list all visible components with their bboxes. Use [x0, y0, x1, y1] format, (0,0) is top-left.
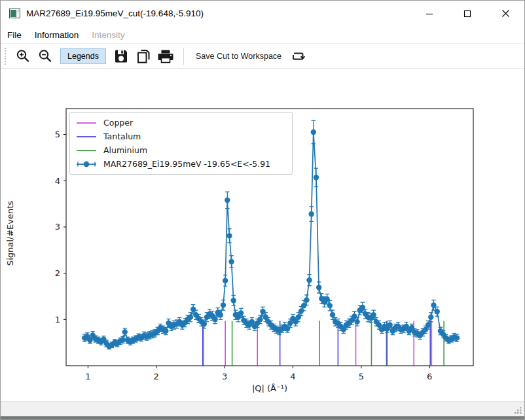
legend-label: Aluminium	[103, 145, 147, 155]
plot-legend[interactable]: CopperTantalumAluminiumMAR27689_Ei19.95m…	[69, 112, 293, 175]
menu-file[interactable]: File	[1, 27, 28, 43]
data-point	[428, 315, 433, 320]
data-point	[354, 319, 359, 324]
app-window: MAR27689_Ei19.95meV_cut(-19.648,-5.910)	[0, 0, 525, 420]
data-point	[299, 308, 304, 313]
y-tick-label: 5	[55, 130, 60, 139]
data-point	[223, 278, 228, 283]
data-point	[285, 326, 290, 331]
legend-swatch	[75, 132, 98, 141]
zoom-out-button[interactable]	[34, 46, 56, 66]
toolbar-separator	[183, 48, 184, 65]
data-point	[314, 175, 319, 180]
zoom-in-icon	[14, 48, 31, 65]
legend-entry-copper: Copper	[75, 116, 286, 130]
y-tick-label: 2	[55, 268, 60, 278]
data-point	[257, 317, 262, 322]
data-point	[212, 317, 217, 322]
data-point	[304, 297, 309, 302]
x-tick-label: 3	[222, 372, 227, 381]
data-point	[190, 307, 196, 312]
save-icon	[113, 48, 129, 64]
copy-icon	[136, 48, 151, 64]
data-point	[260, 309, 265, 314]
save-figure-button[interactable]	[110, 46, 132, 66]
data-point	[301, 303, 306, 308]
resize-grip[interactable]	[514, 406, 522, 415]
data-point	[454, 335, 460, 340]
data-point	[287, 321, 293, 326]
data-point	[221, 302, 226, 307]
y-axis-ticks: 12345	[55, 130, 66, 324]
data-point	[316, 285, 321, 290]
data-point	[324, 296, 329, 302]
zoom-in-button[interactable]	[12, 46, 34, 66]
data-point	[293, 319, 298, 324]
title-bar[interactable]: MAR27689_Ei19.95meV_cut(-19.648,-5.910)	[1, 1, 524, 26]
data-point	[228, 259, 234, 264]
x-tick-label: 4	[290, 372, 295, 381]
close-button[interactable]	[486, 1, 524, 26]
close-icon	[501, 9, 510, 18]
x-tick-label: 2	[154, 372, 159, 381]
data-point	[249, 319, 255, 324]
y-tick-label: 4	[55, 176, 60, 186]
data-point	[230, 298, 236, 303]
data-point	[404, 324, 409, 329]
data-point	[238, 310, 244, 315]
menu-information[interactable]: Information	[28, 27, 86, 43]
plot-canvas[interactable]: 12345612345 Signal/#Events |Q| (Å⁻¹) Cop…	[1, 69, 525, 403]
data-point	[225, 198, 230, 203]
window-bottom-edge	[1, 416, 524, 419]
legend-label: Tantalum	[103, 131, 141, 141]
y-axis-label: Signal/#Events	[5, 162, 15, 306]
data-point	[423, 327, 428, 332]
legend-swatch	[75, 146, 98, 155]
data-point	[409, 325, 414, 330]
legend-entry-tantalum: Tantalum	[75, 130, 286, 143]
data-point	[87, 338, 92, 343]
x-tick-label: 6	[427, 372, 432, 381]
y-tick-label: 3	[55, 222, 60, 232]
loop-icon	[290, 49, 306, 63]
data-point	[327, 303, 333, 308]
toolbar-drag-handle[interactable]	[4, 48, 7, 65]
data-point	[308, 211, 314, 217]
data-point	[218, 312, 223, 317]
minimize-button[interactable]	[410, 1, 448, 26]
data-point	[226, 233, 232, 238]
legend-label: Copper	[103, 118, 133, 128]
menu-intensity: Intensity	[85, 27, 131, 43]
menu-bar: File Information Intensity	[1, 26, 524, 44]
status-bar	[1, 401, 524, 416]
window-title: MAR27689_Ei19.95meV_cut(-19.648,-5.910)	[26, 9, 204, 18]
data-point	[306, 277, 312, 283]
legend-swatch	[75, 160, 98, 169]
legend-marker	[84, 161, 90, 167]
data-point	[330, 312, 335, 317]
legend-entry-aluminium: Aluminium	[75, 143, 286, 157]
legend-label: MAR27689_Ei19.95meV -19.65<E<-5.91	[103, 159, 270, 169]
copy-button[interactable]	[132, 46, 154, 66]
data-point	[202, 321, 207, 326]
legends-button[interactable]: Legends	[60, 48, 106, 64]
x-axis-ticks: 123456	[85, 366, 432, 381]
save-cut-to-workspace-button[interactable]: Save Cut to Workspace	[190, 46, 287, 66]
data-point	[341, 327, 346, 332]
data-point	[431, 302, 436, 307]
data-point	[360, 305, 365, 310]
x-tick-label: 1	[85, 372, 90, 381]
maximize-button[interactable]	[448, 1, 486, 26]
data-point	[434, 309, 439, 314]
print-button[interactable]	[154, 46, 177, 66]
data-point	[122, 329, 128, 334]
data-point	[352, 313, 357, 319]
data-point	[188, 315, 193, 320]
data-point	[263, 315, 268, 320]
data-point	[311, 130, 316, 135]
minimize-icon	[425, 10, 433, 18]
y-tick-label: 1	[55, 315, 60, 324]
print-icon	[157, 48, 174, 64]
rename-loop-button[interactable]	[287, 46, 309, 66]
data-point	[387, 323, 392, 328]
